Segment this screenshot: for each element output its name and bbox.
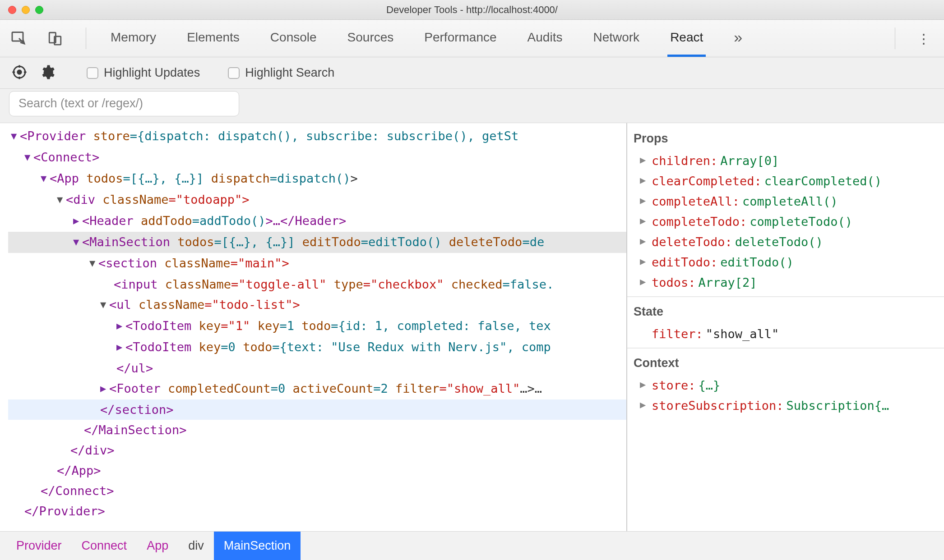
svg-point-3: [17, 69, 22, 74]
prop-row-todos[interactable]: ▶todos: Array[2]: [634, 272, 944, 293]
tab-audits[interactable]: Audits: [525, 20, 565, 57]
props-pane[interactable]: Props ▶children: Array[0] ▶clearComplete…: [627, 123, 944, 531]
devtools-tabstrip: Memory Elements Console Sources Performa…: [0, 20, 944, 57]
tree-row-mainsection-close[interactable]: </MainSection>: [8, 420, 626, 440]
prop-row-deletetodo[interactable]: ▶deleteTodo: deleteTodo(): [634, 232, 944, 252]
component-tree-pane[interactable]: ▼<Provider store={dispatch: dispatch(), …: [0, 123, 627, 531]
react-search-row: [0, 89, 944, 123]
checkbox-icon: [87, 67, 98, 79]
tree-row-input[interactable]: <input className="toggle-all" type="chec…: [8, 274, 626, 294]
tab-react[interactable]: React: [667, 20, 706, 57]
tree-row-todoitem-2[interactable]: ▶<TodoItem key=0 todo={text: "Use Redux …: [8, 337, 626, 358]
crumb-mainsection[interactable]: MainSection: [214, 532, 301, 560]
tree-row-mainsection[interactable]: ▼<MainSection todos=[{…}, {…}] editTodo=…: [8, 232, 626, 253]
tree-row-provider[interactable]: ▼<Provider store={dispatch: dispatch(), …: [8, 126, 626, 147]
tabstrip-separator-right: [895, 28, 895, 49]
props-section-title: Props: [634, 129, 944, 149]
highlight-updates-checkbox[interactable]: Highlight Updates: [87, 66, 200, 80]
context-row-storesubscription[interactable]: ▶storeSubscription: Subscription{…: [634, 395, 944, 416]
window-title: Developer Tools - http://localhost:4000/: [0, 4, 944, 16]
tree-row-ul-close[interactable]: </ul>: [8, 358, 626, 378]
tree-row-todoitem-1[interactable]: ▶<TodoItem key="1" key=1 todo={id: 1, co…: [8, 316, 626, 337]
tree-row-ul[interactable]: ▼<ul className="todo-list">: [8, 294, 626, 316]
tab-elements[interactable]: Elements: [184, 20, 242, 57]
tree-row-section-close[interactable]: </section>: [8, 399, 626, 420]
tree-row-header[interactable]: ▶<Header addTodo=addTodo()>…</Header>: [8, 211, 626, 232]
tree-row-app[interactable]: ▼<App todos=[{…}, {…}] dispatch=dispatch…: [8, 168, 626, 189]
tabs-overflow-icon[interactable]: »: [731, 20, 745, 57]
prop-row-clearcompleted[interactable]: ▶clearCompleted: clearCompleted(): [634, 171, 944, 191]
inspect-element-icon[interactable]: [10, 29, 28, 47]
device-toolbar-icon[interactable]: [46, 29, 64, 47]
tab-network[interactable]: Network: [590, 20, 642, 57]
prop-row-completeall[interactable]: ▶completeAll: completeAll(): [634, 191, 944, 211]
tree-row-div[interactable]: ▼<div className="todoapp">: [8, 189, 626, 211]
prop-row-children[interactable]: ▶children: Array[0]: [634, 151, 944, 171]
checkbox-icon: [228, 67, 240, 79]
context-row-store[interactable]: ▶store: {…}: [634, 375, 944, 395]
tree-row-connect[interactable]: ▼<Connect>: [8, 147, 626, 168]
state-section-title: State: [634, 302, 944, 322]
highlight-updates-label: Highlight Updates: [104, 66, 200, 80]
tab-performance[interactable]: Performance: [421, 20, 499, 57]
tree-row-section[interactable]: ▼<section className="main">: [8, 253, 626, 274]
tree-row-connect-close[interactable]: </Connect>: [8, 481, 626, 501]
tab-sources[interactable]: Sources: [345, 20, 397, 57]
devtools-tabs: Memory Elements Console Sources Performa…: [108, 20, 745, 57]
target-icon[interactable]: [12, 64, 29, 82]
crumb-connect[interactable]: Connect: [72, 532, 137, 560]
tree-row-provider-close[interactable]: </Provider>: [8, 501, 626, 521]
tab-memory[interactable]: Memory: [108, 20, 159, 57]
context-section-title: Context: [634, 353, 944, 373]
tree-row-footer[interactable]: ▶<Footer completedCount=0 activeCount=2 …: [8, 378, 626, 399]
highlight-search-checkbox[interactable]: Highlight Search: [228, 66, 334, 80]
prop-row-edittodo[interactable]: ▶editTodo: editTodo(): [634, 252, 944, 272]
window-titlebar: Developer Tools - http://localhost:4000/: [0, 0, 944, 20]
tree-row-div-close[interactable]: </div>: [8, 440, 626, 460]
gear-icon[interactable]: [40, 64, 57, 82]
prop-row-completetodo[interactable]: ▶completeTodo: completeTodo(): [634, 211, 944, 232]
state-row-filter[interactable]: filter: "show_all": [634, 324, 944, 344]
devtools-menu-icon[interactable]: ⋮: [917, 31, 934, 46]
tree-row-app-close[interactable]: </App>: [8, 460, 626, 481]
highlight-search-label: Highlight Search: [245, 66, 334, 80]
crumb-div[interactable]: div: [178, 532, 214, 560]
breadcrumb: Provider Connect App div MainSection: [0, 531, 944, 560]
search-input[interactable]: [9, 91, 239, 116]
tab-console[interactable]: Console: [268, 20, 319, 57]
svg-rect-0: [12, 32, 23, 41]
crumb-provider[interactable]: Provider: [6, 532, 72, 560]
crumb-app[interactable]: App: [137, 532, 178, 560]
react-toolbar: Highlight Updates Highlight Search: [0, 57, 944, 89]
tabstrip-separator: [86, 28, 86, 49]
